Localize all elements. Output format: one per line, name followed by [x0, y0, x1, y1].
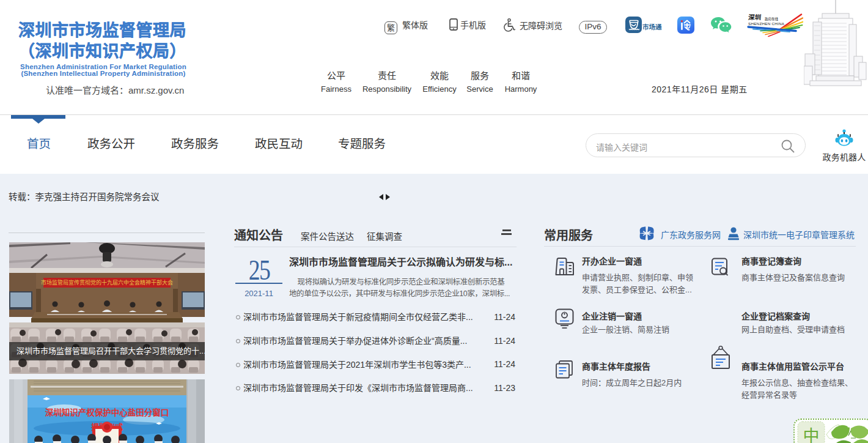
svg-text:深圳: 深圳 — [748, 14, 761, 21]
svg-text:SHENZHEN CHINA: SHENZHEN CHINA — [748, 21, 785, 26]
svg-text:中: 中 — [803, 427, 820, 443]
svg-text:市场监管局宣传贯彻党的十九届六中全会精神干部大会: 市场监管局宣传贯彻党的十九届六中全会精神干部大会 — [41, 279, 173, 286]
svg-text:深圳知识产权保护中心盐田分窗口: 深圳知识产权保护中心盐田分窗口 — [45, 408, 169, 417]
svg-text:政府在线: 政府在线 — [765, 17, 779, 21]
